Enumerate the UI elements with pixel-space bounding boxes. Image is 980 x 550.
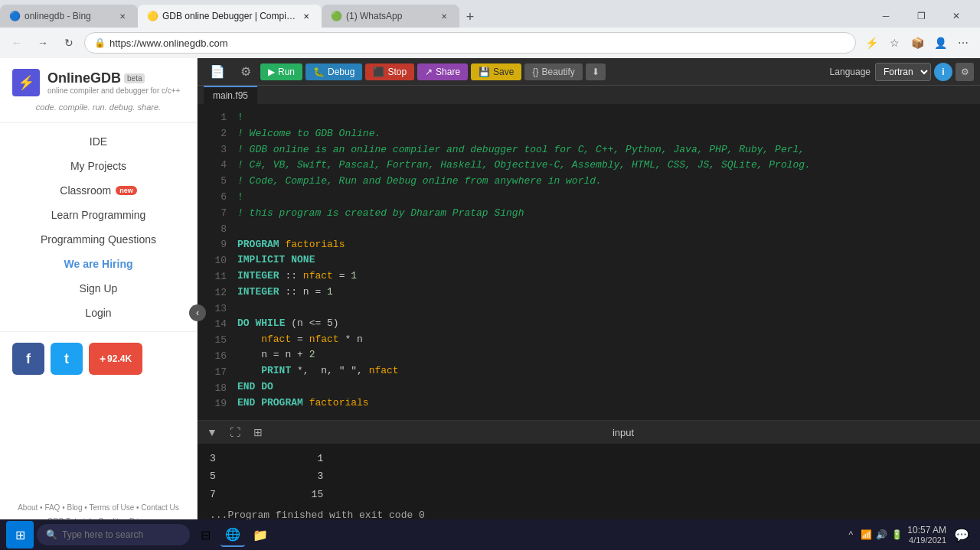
about-link[interactable]: About (18, 503, 38, 512)
app-container: ⚡ OnlineGDB beta online compiler and deb… (0, 58, 980, 550)
share-count-button[interactable]: + 92.4K (89, 343, 142, 375)
notifications-icon[interactable]: 💬 (949, 522, 974, 547)
download-button[interactable]: ⬇ (586, 63, 606, 80)
system-tray: ^ 📶 🔊 🔋 10:57 AM 4/19/2021 (844, 525, 946, 545)
explorer-icon[interactable]: 📁 (248, 522, 273, 547)
tab-2[interactable]: 🟡 GDB online Debugger | Compile... ✕ (138, 5, 322, 28)
sidebar-item-learn[interactable]: Learn Programming (0, 203, 197, 227)
settings-menu-button[interactable]: ⋯ (952, 32, 974, 54)
maximize-button[interactable]: ❐ (903, 5, 939, 28)
tab-2-title: GDB online Debugger | Compile... (162, 11, 296, 21)
url-bar[interactable]: 🔒 https://www.onlinegdb.com (84, 32, 856, 54)
language-dropdown[interactable]: Fortran (875, 63, 931, 81)
line-number-19: 19 (198, 396, 227, 412)
line-number-6: 6 (198, 190, 227, 206)
code-line-12: INTEGER :: n = 1 (237, 285, 974, 301)
contact-link[interactable]: Contact Us (141, 503, 178, 512)
output-line: 5 3 (210, 467, 968, 485)
minimize-button[interactable]: ─ (868, 5, 903, 28)
debug-button[interactable]: 🐛 Debug (305, 63, 362, 80)
edge-icon[interactable]: 🌐 (220, 522, 245, 547)
tray-icons: ^ 📶 🔊 🔋 (844, 529, 903, 541)
clock[interactable]: 10:57 AM 4/19/2021 (907, 525, 946, 545)
search-input[interactable] (62, 529, 177, 540)
output-collapse-button[interactable]: ▼ (204, 424, 220, 441)
line-number-11: 11 (198, 269, 227, 285)
output-expand-button[interactable]: ⛶ (227, 424, 243, 441)
tab-2-close[interactable]: ✕ (300, 10, 312, 22)
volume-icon[interactable]: 🔊 (875, 529, 887, 541)
back-button[interactable]: ← (6, 32, 28, 54)
share-button[interactable]: ↗ Share (417, 63, 468, 80)
file-icon-button[interactable]: 📄 (204, 61, 231, 82)
sidebar-item-questions[interactable]: Programming Questions (0, 227, 197, 252)
url-text: https://www.onlinegdb.com (109, 37, 228, 49)
search-bar[interactable]: 🔍 (37, 524, 190, 545)
close-button[interactable]: ✕ (939, 5, 974, 28)
settings-icon-button[interactable]: ⚙ (234, 61, 257, 82)
new-tab-button[interactable]: + (459, 6, 481, 28)
line-number-7: 7 (198, 206, 227, 222)
run-button[interactable]: ▶ Run (260, 63, 302, 80)
network-icon[interactable]: 📶 (860, 529, 872, 541)
lock-icon: 🔒 (94, 37, 105, 48)
tab-3-close[interactable]: ✕ (438, 10, 450, 22)
favorites-button[interactable]: ☆ (884, 32, 905, 54)
start-button[interactable]: ⊞ (6, 521, 34, 548)
line-number-17: 17 (198, 365, 227, 381)
battery-icon[interactable]: 🔋 (890, 529, 903, 541)
terms-link[interactable]: Terms of Use (89, 503, 134, 512)
line-number-12: 12 (198, 285, 227, 301)
stop-button[interactable]: ⬛ Stop (365, 63, 414, 80)
tray-arrow-icon[interactable]: ^ (844, 529, 857, 541)
tab-1-close[interactable]: ✕ (116, 10, 129, 22)
sidebar-divider-2 (0, 331, 197, 332)
forward-button[interactable]: → (32, 32, 54, 54)
line-number-16: 16 (198, 349, 227, 365)
logo-icon: ⚡ (12, 69, 40, 96)
sidebar-social: f t + 92.4K (0, 335, 197, 382)
sidebar-item-ide[interactable]: IDE (0, 129, 197, 154)
faq-link[interactable]: FAQ (44, 503, 60, 512)
output-terminal-button[interactable]: ⊞ (250, 424, 266, 441)
code-editor[interactable]: 12345678910111213141516171819 !! Welcome… (198, 104, 980, 420)
twitter-button[interactable]: t (51, 343, 83, 375)
tab-1[interactable]: 🔵 onlinegdb - Bing ✕ (0, 5, 138, 28)
logo-tagline: online compiler and debugger for c/c++ (47, 86, 180, 95)
sidebar-item-signup[interactable]: Sign Up (0, 276, 197, 301)
taskview-icon[interactable]: ⊟ (193, 522, 217, 547)
code-line-3: ! GDB online is an online compiler and d… (237, 142, 974, 158)
code-line-10: IMPLICIT NONE (237, 252, 974, 268)
code-content[interactable]: !! Welcome to GDB Online.! GDB online is… (234, 104, 980, 420)
editor-settings-button[interactable]: ⚙ (956, 63, 974, 81)
sidebar-item-classroom[interactable]: Classroom new (0, 178, 197, 203)
sidebar-item-login[interactable]: Login (0, 301, 197, 325)
extensions-button[interactable]: ⚡ (861, 32, 882, 54)
sidebar-item-myprojects[interactable]: My Projects (0, 154, 197, 178)
code-line-11: INTEGER :: nfact = 1 (237, 268, 974, 285)
sidebar-tagline: code. compile. run. debug. share. (0, 99, 197, 119)
language-label: Language (830, 67, 871, 77)
language-select-container: Language Fortran (830, 63, 931, 81)
beautify-button[interactable]: {} Beautify (524, 63, 582, 80)
file-tab-main[interactable]: main.f95 (204, 86, 257, 104)
line-number-4: 4 (198, 158, 227, 174)
line-number-9: 9 (198, 237, 227, 253)
sidebar-item-hiring[interactable]: We are Hiring (0, 252, 197, 276)
line-number-18: 18 (198, 381, 227, 397)
info-button[interactable]: i (934, 63, 952, 81)
blog-link[interactable]: Blog (67, 503, 82, 512)
logo-text-container: OnlineGDB beta online compiler and debug… (47, 70, 180, 95)
collections-button[interactable]: 📦 (906, 32, 928, 54)
toolbar: 📄 ⚙ ▶ Run 🐛 Debug ⬛ Stop ↗ Share 💾 Save (198, 58, 980, 86)
tab-3[interactable]: 🟢 (1) WhatsApp ✕ (322, 5, 459, 28)
file-tab-bar: main.f95 (198, 86, 980, 104)
address-bar: ← → ↻ 🔒 https://www.onlinegdb.com ⚡ ☆ 📦 … (0, 28, 980, 58)
share-count-text: 92.4K (107, 353, 132, 364)
reload-button[interactable]: ↻ (58, 32, 80, 54)
save-button[interactable]: 💾 Save (471, 63, 521, 80)
facebook-button[interactable]: f (12, 343, 44, 375)
profile-button[interactable]: 👤 (929, 32, 951, 54)
sidebar-divider-1 (0, 122, 197, 123)
sidebar-collapse-button[interactable]: ‹ (189, 304, 206, 321)
